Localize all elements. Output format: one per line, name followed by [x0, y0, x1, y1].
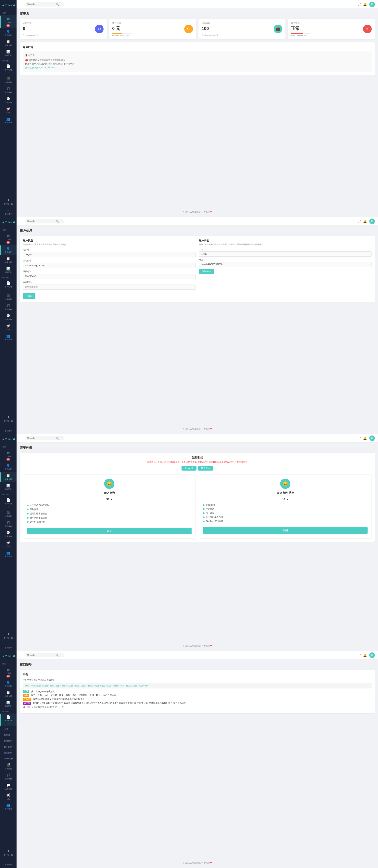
avatar-api1[interactable]: U — [369, 652, 375, 658]
sidebar-api1-customers[interactable]: 👥 客户管理 — [0, 802, 16, 812]
api1-url[interactable]: http://ymcs.qqqs.com/home/api?type=dp&ui… — [23, 683, 372, 688]
bell-icon-packages[interactable]: 🔔 — [363, 436, 367, 440]
sidebar-account-download[interactable]: ⬇ 客户端下载 — [0, 414, 16, 424]
buy-btn-1[interactable]: 购买 — [203, 527, 368, 534]
buy-btn-0[interactable]: 购买 — [27, 528, 192, 534]
sidebar-pkg-video[interactable]: 🎬 短视频制 — [0, 509, 16, 519]
sidebar-api1-sub-example[interactable]: 示例 — [2, 726, 16, 732]
sidebar-account-announcement[interactable]: 📢 公告 — [0, 322, 16, 333]
sidebar-account-video[interactable]: 🎬 短视频制 — [0, 292, 16, 302]
sidebar-api1-music[interactable]: 🎵 音乐涨粉 — [0, 772, 16, 782]
search-box-account[interactable]: 🔍 — [25, 219, 64, 223]
sidebar-account-music[interactable]: 🎵 音乐涨粉 — [0, 302, 16, 312]
sidebar-account-dashboard[interactable]: ⊞ 仪表盘 8+ — [0, 232, 16, 245]
feature-0-2: 提高门槛客服首发 — [27, 512, 192, 515]
avatar-dashboard[interactable]: U — [369, 2, 375, 7]
sidebar-pkg-records[interactable]: 📊 刷单记录 — [0, 482, 16, 492]
sidebar-item-profile[interactable]: 👤 个人信息 — [0, 28, 16, 38]
expand-icon-packages[interactable]: ⛶ — [358, 437, 361, 440]
sidebar-account-customers[interactable]: 👥 客户管理 — [0, 333, 16, 342]
sidebar-api1-announce[interactable]: 📢 公告 — [0, 792, 16, 802]
sidebar-api1-sub-json[interactable]: JSON返回 — [2, 756, 16, 762]
sidebar-account-logout[interactable]: → 退出登录 — [0, 424, 16, 434]
sidebar-item-api[interactable]: 📄 解析说明 › — [0, 63, 16, 75]
stat-card-left-balance: 账户余额 0 元 Previous period 50% — [112, 22, 132, 36]
search-input-account[interactable] — [27, 220, 55, 223]
footer-account: © 2021 AAll源码统计-费系统❤ — [16, 425, 378, 434]
sidebar-api1-sub-news[interactable]: 新闻解析 — [2, 738, 16, 744]
sidebar-item-music[interactable]: 🎵 音乐涨粉 — [0, 85, 16, 95]
menu-icon-api1[interactable]: ☰ — [20, 653, 23, 657]
sidebar-pkg-announce[interactable]: 📢 公告 — [0, 539, 16, 549]
sidebar-api1-contact[interactable]: 💬 联系客服 — [0, 782, 16, 792]
sidebar-pkg-api[interactable]: 📄 解析说明 › — [0, 497, 16, 509]
search-input-dashboard[interactable] — [27, 3, 55, 6]
bell-icon-account[interactable]: 🔔 — [363, 219, 367, 223]
notice-text-2[interactable]: 源码点击All源码@borymx.com — [25, 66, 55, 69]
buy-recharge-btn[interactable]: 购买充值 — [198, 466, 213, 470]
search-box-packages[interactable]: 🔍 — [25, 436, 64, 440]
sidebar-pkg-contact[interactable]: 💬 联系客服 — [0, 529, 16, 539]
expand-icon-api1[interactable]: ⛶ — [358, 654, 361, 657]
search-box-api1[interactable]: 🔍 — [25, 653, 64, 657]
sidebar-item-orders[interactable]: 📋 购买方案 — [0, 38, 16, 48]
api1-badge-1: 参数 — [23, 694, 29, 697]
username-input[interactable] — [23, 252, 196, 257]
menu-icon-dashboard[interactable]: ☰ — [20, 2, 23, 6]
sidebar-api1-orders[interactable]: 📋 购买方案 — [0, 689, 16, 699]
sidebar-api1-sub-music[interactable]: 音乐解析 — [2, 744, 16, 750]
avatar-packages[interactable]: U — [369, 435, 375, 441]
sidebar-account-records[interactable]: 📊 刷单记录 — [0, 265, 16, 275]
sidebar-account-orders[interactable]: 📋 购买方案 — [0, 255, 16, 265]
sidebar-api1-dashboard[interactable]: ⊞ 仪表盘 8+ — [0, 666, 16, 679]
sidebar-api1-sub-image[interactable]: 图集解析 — [2, 750, 16, 756]
sidebar-item-video[interactable]: 🎬 短视频制 — [0, 75, 16, 85]
sidebar-item-logout[interactable]: → 退出登录 — [0, 207, 16, 217]
sidebar-pkg-profile[interactable]: 👤 个人信息 — [0, 462, 16, 472]
sidebar-item-dashboard[interactable]: ⊞ 仪表盘 8+ — [0, 16, 16, 28]
email-input[interactable] — [23, 263, 196, 268]
sidebar-item-records[interactable]: 📊 刷单记录 — [0, 48, 16, 58]
feature-1-0: 10000000 — [203, 504, 368, 506]
expand-icon-account[interactable]: ⛶ — [358, 220, 361, 223]
sidebar-item-customers[interactable]: 👥 客户管理 — [0, 116, 16, 126]
menu-icon-account[interactable]: ☰ — [20, 219, 23, 223]
sidebar-api1-sub-shorturl[interactable]: 短视频 — [2, 732, 16, 738]
bell-icon-api1[interactable]: 🔔 — [363, 653, 367, 657]
sidebar-pkg-music[interactable]: 🎵 音乐涨粉 — [0, 519, 16, 529]
sidebar-item-contact[interactable]: 💬 联系客服 — [0, 95, 16, 105]
sidebar-account-profile[interactable]: 👤 个人信息 — [0, 245, 16, 255]
recharge-records-btn[interactable]: 充值记录 — [181, 466, 197, 470]
copy-key-button[interactable]: 复制秘钥 — [199, 269, 214, 274]
sidebar-pkg-download[interactable]: ⬇ 客户端下载 — [0, 631, 16, 641]
menu-icon-packages[interactable]: ☰ — [20, 436, 23, 440]
search-input-api1[interactable] — [27, 654, 55, 657]
sidebar-account-contact[interactable]: 💬 联系客服 — [0, 312, 16, 322]
sidebar-pkg-customers[interactable]: 👥 客户管理 — [0, 549, 16, 559]
sidebar-item-announcement[interactable]: 📢 公告 — [0, 105, 16, 116]
sidebar-api1-video[interactable]: 🎬 短视频制 — [0, 762, 16, 772]
sidebar-pkg-logout[interactable]: → 退出登录 — [0, 641, 16, 651]
topbar-api1: ☰ 🔍 ⛶ 🔔 U — [16, 651, 378, 659]
feature-dot-1-2 — [203, 512, 205, 514]
search-input-packages[interactable] — [27, 437, 55, 440]
save-button[interactable]: 保存 — [23, 293, 35, 299]
sidebar-api1-logout[interactable]: → 退出登录 — [0, 858, 16, 868]
password-input[interactable] — [23, 284, 196, 290]
search-box-dashboard[interactable]: 🔍 — [25, 2, 64, 6]
bell-icon-dashboard[interactable]: 🔔 — [363, 2, 367, 6]
sidebar-account-api[interactable]: 📄 解析说明 › — [0, 280, 16, 292]
sidebar-pkg-dashboard[interactable]: ⊞ 仪表盘 8+ — [0, 449, 16, 462]
ad-section: 媒体广告 用户公告 🔴 请先解析位置置置置置置置常常用地址 解析售后交流群123… — [20, 42, 375, 75]
stat-value-balance: 0 元 — [112, 26, 132, 32]
package-name-0: 50万点数 — [104, 491, 115, 495]
sidebar-pkg-orders[interactable]: 📋 购买方案 — [0, 472, 16, 482]
sidebar-item-download[interactable]: ⬇ 客户端下载 — [0, 197, 16, 207]
sidebar-api1-records[interactable]: 📊 刷单记录 — [0, 699, 16, 709]
expand-icon-dashboard[interactable]: ⛶ — [358, 3, 361, 6]
sidebar-api1-download[interactable]: ⬇ 客户端下载 — [0, 848, 16, 858]
qq-input[interactable] — [23, 274, 196, 279]
sidebar-api1-api[interactable]: 📄 解析说明 › — [0, 714, 16, 726]
avatar-account[interactable]: U — [369, 219, 375, 224]
sidebar-api1-profile[interactable]: 👤 个人信息 — [0, 679, 16, 689]
